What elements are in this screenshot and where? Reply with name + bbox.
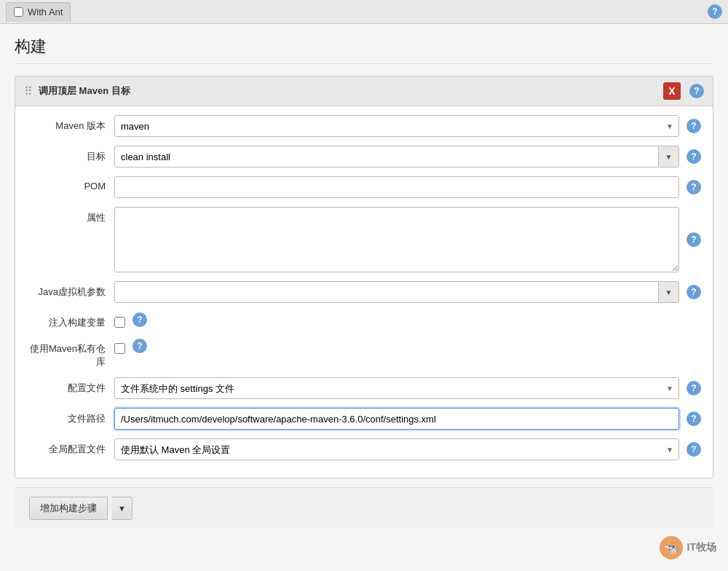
top-tab-bar: With Ant ? — [0, 0, 728, 24]
jvm-params-row: Java虚拟机参数 ▼ ? — [27, 281, 701, 303]
inject-vars-label: 注入构建变量 — [27, 312, 114, 329]
card-header: ⠿ 调用顶层 Maven 目标 X ? — [15, 76, 713, 106]
maven-version-select-wrap: maven — [114, 115, 679, 137]
target-input[interactable] — [114, 146, 659, 168]
pom-help-icon[interactable]: ? — [687, 180, 701, 194]
card-help-icon[interactable]: ? — [689, 84, 704, 98]
global-config-row: 全局配置文件 使用默认 Maven 全局设置 其他选项 ? — [27, 438, 701, 460]
jvm-params-dropdown-btn[interactable]: ▼ — [659, 281, 679, 303]
file-path-label: 文件路径 — [27, 408, 114, 425]
pom-input[interactable] — [114, 176, 679, 198]
pom-control: ? — [114, 176, 701, 198]
jvm-params-help-icon[interactable]: ? — [687, 285, 701, 299]
pom-label: POM — [27, 176, 114, 192]
private-maven-checkbox[interactable] — [114, 343, 125, 354]
drag-handle-icon[interactable]: ⠿ — [24, 84, 33, 98]
watermark-icon: 🐄 — [660, 536, 683, 559]
bottom-toolbar: 增加构建步骤 ▼ — [15, 487, 713, 529]
file-path-input[interactable] — [114, 408, 679, 430]
jvm-params-input-group: ▼ — [114, 281, 679, 303]
private-maven-row: 使用Maven私有仓库 ? — [27, 338, 701, 369]
maven-version-select[interactable]: maven — [114, 115, 679, 137]
page-title: 构建 — [15, 36, 713, 64]
properties-textarea[interactable] — [114, 207, 679, 272]
private-maven-label: 使用Maven私有仓库 — [27, 338, 114, 369]
target-input-group: ▼ — [114, 146, 679, 168]
file-path-row: 文件路径 ? — [27, 408, 701, 430]
maven-version-control: maven ? — [114, 115, 701, 137]
add-step-dropdown-button[interactable]: ▼ — [112, 497, 132, 520]
config-file-row: 配置文件 文件系统中的 settings 文件 无 默认 Maven 设置文件 … — [27, 377, 701, 399]
global-config-label: 全局配置文件 — [27, 438, 114, 456]
config-file-select[interactable]: 文件系统中的 settings 文件 无 默认 Maven 设置文件 — [114, 377, 679, 399]
pom-row: POM ? — [27, 176, 701, 198]
global-config-select-wrap: 使用默认 Maven 全局设置 其他选项 — [114, 438, 679, 460]
config-file-select-wrap: 文件系统中的 settings 文件 无 默认 Maven 设置文件 — [114, 377, 679, 399]
properties-row: 属性 ? — [27, 207, 701, 272]
properties-control: ? — [114, 207, 701, 272]
file-path-help-icon[interactable]: ? — [687, 411, 701, 426]
target-row: 目标 ▼ ? — [27, 146, 701, 168]
card-body: Maven 版本 maven ? 目标 — [15, 106, 713, 478]
with-ant-checkbox[interactable] — [14, 7, 23, 17]
target-label: 目标 — [27, 146, 114, 163]
maven-version-help-icon[interactable]: ? — [687, 119, 701, 133]
global-config-help-icon[interactable]: ? — [687, 442, 701, 457]
main-content: 构建 ⠿ 调用顶层 Maven 目标 X ? Maven 版本 maven — [0, 24, 728, 571]
properties-help-icon[interactable]: ? — [687, 232, 701, 247]
watermark-text: IT牧场 — [687, 541, 716, 554]
properties-label: 属性 — [27, 207, 114, 224]
global-config-select[interactable]: 使用默认 Maven 全局设置 其他选项 — [114, 438, 679, 460]
build-card: ⠿ 调用顶层 Maven 目标 X ? Maven 版本 maven — [15, 76, 713, 479]
private-maven-control: ? — [114, 338, 701, 354]
jvm-params-input[interactable] — [114, 281, 659, 303]
file-path-control: ? — [114, 408, 701, 430]
global-config-control: 使用默认 Maven 全局设置 其他选项 ? — [114, 438, 701, 460]
with-ant-tab[interactable]: With Ant — [6, 2, 71, 22]
maven-version-row: Maven 版本 maven ? — [27, 115, 701, 137]
inject-vars-row: 注入构建变量 ? — [27, 312, 701, 329]
jvm-params-label: Java虚拟机参数 — [27, 281, 114, 299]
inject-vars-help-icon[interactable]: ? — [132, 312, 147, 327]
private-maven-help-icon[interactable]: ? — [132, 339, 147, 353]
inject-vars-control: ? — [114, 312, 701, 328]
add-step-button[interactable]: 增加构建步骤 — [29, 497, 108, 520]
target-control: ▼ ? — [114, 146, 701, 168]
close-button[interactable]: X — [663, 82, 681, 100]
target-help-icon[interactable]: ? — [687, 149, 701, 164]
target-dropdown-btn[interactable]: ▼ — [659, 146, 679, 168]
card-title: 调用顶层 Maven 目标 — [39, 84, 657, 98]
maven-version-label: Maven 版本 — [27, 115, 114, 133]
top-help-icon[interactable]: ? — [708, 4, 722, 19]
with-ant-tab-label: With Ant — [28, 7, 63, 17]
config-file-label: 配置文件 — [27, 377, 114, 395]
config-file-control: 文件系统中的 settings 文件 无 默认 Maven 设置文件 ? — [114, 377, 701, 399]
watermark: 🐄 IT牧场 — [660, 536, 716, 559]
inject-vars-checkbox[interactable] — [114, 317, 125, 328]
jvm-params-control: ▼ ? — [114, 281, 701, 303]
config-file-help-icon[interactable]: ? — [687, 381, 701, 395]
